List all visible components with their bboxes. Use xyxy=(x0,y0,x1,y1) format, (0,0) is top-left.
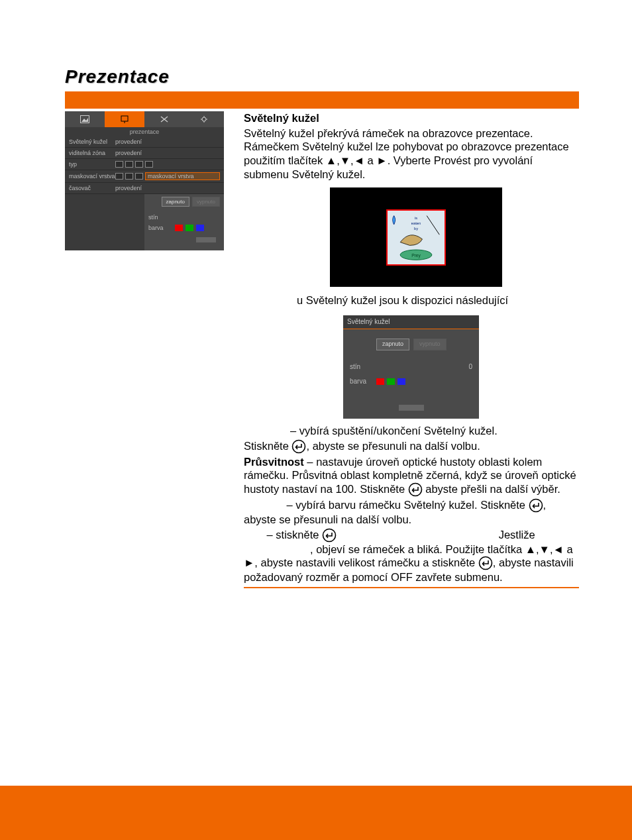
menu-subtitle: prezentace xyxy=(65,127,224,136)
sm-on-btn: zapnuto xyxy=(376,339,409,350)
submenu-off-btn: vypnuto xyxy=(192,197,220,207)
spotlight-preview: Prey is eaten by xyxy=(330,187,502,287)
svg-point-19 xyxy=(409,484,421,496)
svg-marker-1 xyxy=(81,118,88,122)
submenu-color-row: barva xyxy=(148,223,220,233)
slider-paragraph: – stiskněte Jestliže , objeví se rámeček… xyxy=(244,528,579,584)
sm-slider-icon xyxy=(399,405,424,411)
menu-row-zone: viditelná zóna provedení xyxy=(65,148,224,159)
header-divider xyxy=(65,91,579,109)
section-underline xyxy=(244,587,579,588)
shade-paragraph: Průsvitnost – nastavuje úroveň optické h… xyxy=(244,455,579,497)
tab-tools-icon xyxy=(144,111,184,127)
submenu-screenshot: Světelný kužel zapnuto vypnuto stín 0 ba… xyxy=(343,315,479,419)
tab-settings-icon xyxy=(184,111,224,127)
svg-text:by: by xyxy=(414,226,418,230)
section-heading: Světelný kužel xyxy=(244,112,319,124)
svg-point-20 xyxy=(529,499,542,512)
menu-screenshot: prezentace Světelný kužel provedení vidi… xyxy=(65,111,224,250)
color-paragraph: – vybírá barvu rámečku Světelný kužel. S… xyxy=(244,498,579,527)
enter-icon xyxy=(529,498,543,513)
tab-image-icon xyxy=(65,111,105,127)
intro-paragraph: Světelný kužel překrývá rámeček na obraz… xyxy=(244,127,579,182)
slider-icon xyxy=(196,237,216,242)
svg-point-6 xyxy=(202,117,206,121)
footer-bar xyxy=(0,786,632,840)
menu-row-type: typ xyxy=(65,159,224,170)
menu-row-spotlight: Světelný kužel provedení xyxy=(65,136,224,148)
enter-icon xyxy=(408,482,423,497)
sm-off-btn: vypnuto xyxy=(413,339,447,350)
enter-icon xyxy=(291,439,306,454)
sm-shade-row: stín 0 xyxy=(350,360,472,375)
enter-icon xyxy=(478,556,493,570)
on-off-line: – vybírá spuštění/ukončení Světelný kuže… xyxy=(290,424,579,438)
submenu-shade-row: stín xyxy=(148,212,220,223)
svg-point-21 xyxy=(323,529,336,541)
submenu-intro: u Světelný kužel jsou k dispozici násled… xyxy=(297,293,579,307)
menu-row-timer: časovač provedení xyxy=(65,183,224,194)
menu-row-mask: maskovací vrstva maskovací vrstva xyxy=(65,170,224,183)
submenu-on-btn: zapnuto xyxy=(162,197,189,207)
svg-text:is: is xyxy=(415,216,417,220)
svg-text:eaten: eaten xyxy=(411,221,421,225)
svg-point-22 xyxy=(479,557,492,570)
page-title: Prezentace xyxy=(65,66,579,87)
svg-text:Prey: Prey xyxy=(411,252,421,258)
svg-rect-2 xyxy=(121,116,128,121)
enter-icon xyxy=(322,528,337,543)
sm-color-row: barva xyxy=(350,374,472,390)
svg-point-18 xyxy=(293,440,305,452)
press-line: Stiskněte , abyste se přesunuli na další… xyxy=(244,439,579,454)
tab-presentation-icon xyxy=(105,111,144,127)
